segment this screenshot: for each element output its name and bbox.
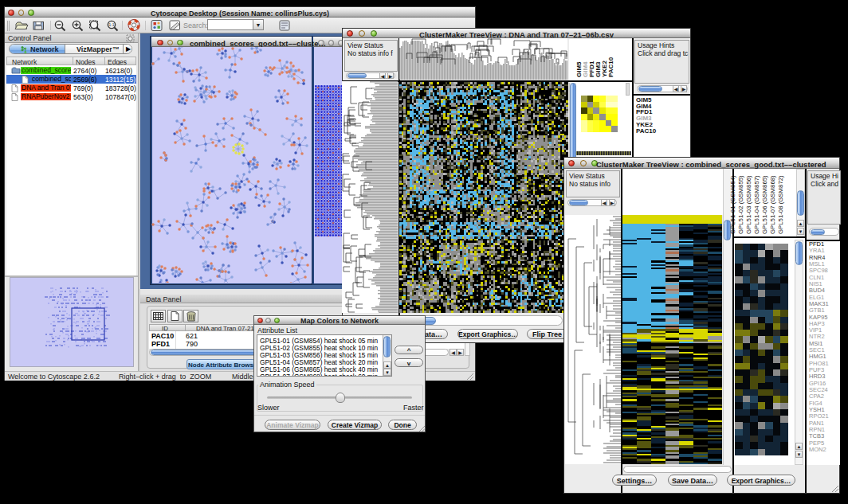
svg-text:1:1: 1:1 bbox=[109, 22, 115, 27]
